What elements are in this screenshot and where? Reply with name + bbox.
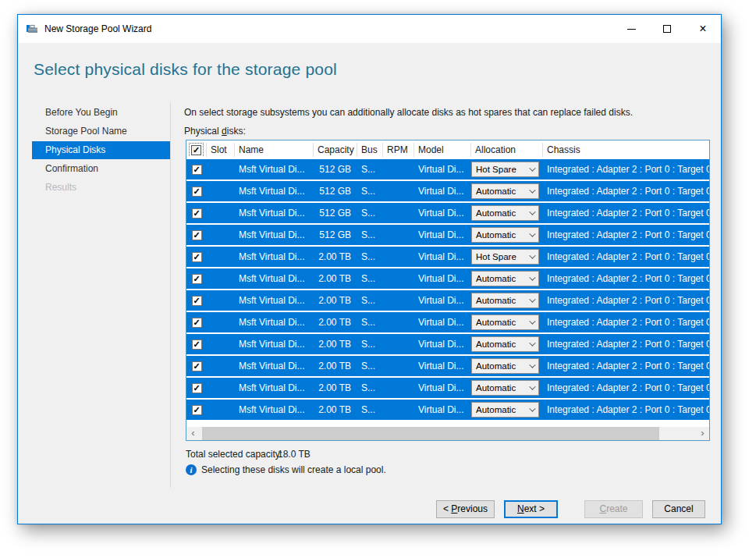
- sidebar-item-confirmation[interactable]: Confirmation: [32, 160, 170, 178]
- allocation-dropdown[interactable]: Automatic: [471, 271, 539, 286]
- physical-disks-label-post: isks:: [227, 126, 246, 137]
- disk-checkbox[interactable]: ✓: [192, 318, 202, 328]
- allocation-value: Automatic: [476, 187, 516, 196]
- allocation-dropdown[interactable]: Automatic: [471, 227, 539, 243]
- scrollbar-thumb[interactable]: [202, 427, 659, 440]
- disk-capacity-cell: 2.00 TB: [314, 361, 357, 371]
- disk-checkbox[interactable]: ✓: [192, 252, 202, 262]
- disk-capacity-cell: 512 GB: [314, 164, 357, 175]
- disk-name-cell: Msft Virtual Di...: [235, 208, 314, 219]
- disk-row[interactable]: ✓Msft Virtual Di...2.00 TBS...Virtual Di…: [186, 247, 709, 267]
- disk-checkbox[interactable]: ✓: [192, 187, 202, 197]
- column-header-chassis[interactable]: Chassis: [543, 143, 709, 157]
- column-header-model[interactable]: Model: [414, 143, 471, 157]
- disk-row[interactable]: ✓Msft Virtual Di...2.00 TBS...Virtual Di…: [186, 290, 709, 311]
- disk-row[interactable]: ✓Msft Virtual Di...512 GBS...Virtual Di.…: [186, 159, 709, 179]
- disk-model-cell: Virtual Di...: [414, 317, 471, 328]
- sidebar-item-before-you-begin[interactable]: Before You Begin: [32, 104, 170, 122]
- allocation-dropdown[interactable]: Automatic: [471, 336, 539, 352]
- allocation-dropdown[interactable]: Automatic: [471, 293, 539, 308]
- total-capacity-line: Total selected capacity: 18.0 TB: [186, 449, 282, 460]
- disk-allocation-cell: Hot Spare: [471, 249, 543, 265]
- chevron-down-icon: [529, 383, 535, 389]
- column-header-name[interactable]: Name: [235, 143, 314, 157]
- column-header-rpm[interactable]: RPM: [383, 143, 414, 157]
- disk-chassis-cell: Integrated : Adapter 2 : Port 0 : Target…: [543, 295, 709, 306]
- disk-model-cell: Virtual Di...: [414, 382, 471, 393]
- allocation-dropdown[interactable]: Automatic: [471, 183, 539, 199]
- disk-row[interactable]: ✓Msft Virtual Di...2.00 TBS...Virtual Di…: [186, 378, 709, 398]
- disk-checkbox[interactable]: ✓: [192, 339, 202, 350]
- previous-button[interactable]: < Previous: [436, 500, 495, 518]
- disk-checkbox[interactable]: ✓: [192, 383, 202, 393]
- disk-checkbox[interactable]: ✓: [192, 296, 202, 306]
- disk-row[interactable]: ✓Msft Virtual Di...2.00 TBS...Virtual Di…: [186, 312, 709, 332]
- disk-row[interactable]: ✓Msft Virtual Di...2.00 TBS...Virtual Di…: [186, 400, 709, 420]
- chevron-down-icon: [529, 274, 535, 280]
- cancel-button[interactable]: Cancel: [652, 500, 705, 518]
- column-header-slot[interactable]: Slot: [207, 143, 235, 157]
- column-header-allocation[interactable]: Allocation: [471, 143, 543, 157]
- info-icon: i: [186, 464, 197, 475]
- allocation-dropdown[interactable]: Automatic: [471, 205, 539, 221]
- desktop-background: New Storage Pool Wizard × Select physica…: [0, 0, 756, 558]
- disk-row[interactable]: ✓Msft Virtual Di...512 GBS...Virtual Di.…: [186, 203, 709, 223]
- chevron-down-icon: [529, 318, 535, 324]
- disk-model-cell: Virtual Di...: [414, 404, 471, 415]
- minimize-button[interactable]: [613, 16, 649, 41]
- disk-chassis-cell: Integrated : Adapter 2 : Port 0 : Target…: [543, 317, 709, 328]
- close-button[interactable]: ×: [685, 16, 721, 41]
- disk-chassis-cell: Integrated : Adapter 2 : Port 0 : Target…: [543, 251, 709, 262]
- allocation-dropdown[interactable]: Hot Spare: [471, 162, 539, 177]
- allocation-dropdown[interactable]: Automatic: [471, 315, 539, 330]
- sidebar-divider: [170, 102, 171, 488]
- disk-model-cell: Virtual Di...: [414, 361, 471, 371]
- chevron-down-icon: [529, 252, 535, 258]
- disk-bus-cell: S...: [357, 186, 383, 197]
- info-line: i Selecting these disks will create a lo…: [186, 464, 386, 475]
- disk-checkbox-cell: ✓: [186, 383, 207, 393]
- disk-row[interactable]: ✓Msft Virtual Di...2.00 TBS...Virtual Di…: [186, 356, 709, 376]
- total-capacity-value: 18.0 TB: [278, 449, 311, 460]
- disk-allocation-cell: Automatic: [471, 315, 543, 330]
- allocation-dropdown[interactable]: Automatic: [471, 380, 539, 396]
- disk-allocation-cell: Automatic: [471, 380, 543, 396]
- disk-chassis-cell: Integrated : Adapter 2 : Port 0 : Target…: [543, 229, 709, 240]
- sidebar-item-storage-pool-name[interactable]: Storage Pool Name: [32, 123, 170, 140]
- disk-checkbox-cell: ✓: [186, 296, 207, 306]
- allocation-value: Automatic: [476, 383, 516, 393]
- disk-row[interactable]: ✓Msft Virtual Di...2.00 TBS...Virtual Di…: [186, 268, 709, 289]
- allocation-dropdown[interactable]: Hot Spare: [471, 249, 539, 265]
- disk-checkbox[interactable]: ✓: [192, 405, 202, 415]
- disk-bus-cell: S...: [357, 208, 383, 219]
- disk-checkbox[interactable]: ✓: [192, 165, 202, 175]
- allocation-value: Automatic: [476, 296, 516, 305]
- horizontal-scrollbar[interactable]: ‹ ›: [186, 427, 709, 440]
- disk-checkbox[interactable]: ✓: [192, 208, 202, 219]
- allocation-dropdown[interactable]: Automatic: [471, 402, 539, 418]
- disk-row[interactable]: ✓Msft Virtual Di...2.00 TBS...Virtual Di…: [186, 334, 709, 354]
- scroll-right-arrow-icon[interactable]: ›: [696, 427, 709, 440]
- disk-model-cell: Virtual Di...: [414, 186, 471, 197]
- scroll-left-arrow-icon[interactable]: ‹: [186, 427, 200, 440]
- disk-capacity-cell: 2.00 TB: [314, 295, 357, 306]
- select-all-checkbox[interactable]: ✓: [191, 145, 201, 155]
- allocation-value: Hot Spare: [476, 252, 516, 261]
- disk-checkbox[interactable]: ✓: [192, 274, 202, 284]
- title-bar[interactable]: New Storage Pool Wizard ×: [18, 15, 721, 43]
- column-header-capacity[interactable]: Capacity: [314, 143, 357, 157]
- disk-checkbox[interactable]: ✓: [192, 230, 202, 240]
- column-header-bus[interactable]: Bus: [357, 143, 383, 157]
- chevron-down-icon: [529, 165, 535, 171]
- allocation-value: Automatic: [476, 274, 516, 283]
- next-button[interactable]: Next >: [504, 500, 558, 518]
- disk-row[interactable]: ✓Msft Virtual Di...512 GBS...Virtual Di.…: [186, 181, 709, 201]
- sidebar-item-physical-disks[interactable]: Physical Disks: [32, 141, 170, 159]
- disk-checkbox-cell: ✓: [186, 252, 207, 262]
- disk-allocation-cell: Automatic: [471, 205, 543, 221]
- disk-row[interactable]: ✓Msft Virtual Di...512 GBS...Virtual Di.…: [186, 225, 709, 245]
- allocation-dropdown[interactable]: Automatic: [471, 358, 539, 374]
- maximize-button[interactable]: [649, 16, 685, 41]
- disk-checkbox-cell: ✓: [186, 230, 207, 240]
- disk-checkbox[interactable]: ✓: [192, 361, 202, 371]
